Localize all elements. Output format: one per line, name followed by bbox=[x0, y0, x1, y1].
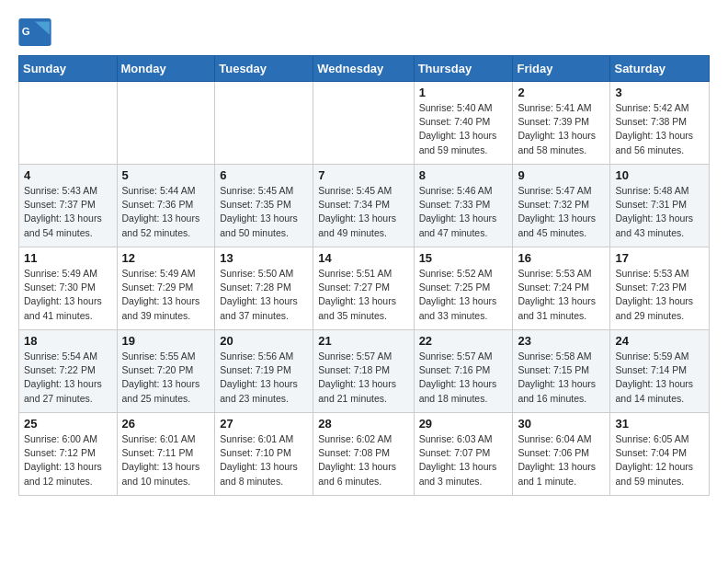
calendar-week-row: 18Sunrise: 5:54 AMSunset: 7:22 PMDayligh… bbox=[19, 330, 710, 413]
calendar-cell: 17Sunrise: 5:53 AMSunset: 7:23 PMDayligh… bbox=[610, 247, 710, 330]
day-info: Sunrise: 5:51 AMSunset: 7:27 PMDaylight:… bbox=[318, 267, 408, 323]
day-number: 18 bbox=[24, 334, 112, 348]
day-info: Sunrise: 5:53 AMSunset: 7:23 PMDaylight:… bbox=[615, 267, 704, 323]
day-info: Sunrise: 5:45 AMSunset: 7:35 PMDaylight:… bbox=[220, 184, 308, 240]
day-number: 24 bbox=[615, 334, 704, 348]
day-info: Sunrise: 5:40 AMSunset: 7:40 PMDaylight:… bbox=[419, 101, 508, 157]
day-info: Sunrise: 5:49 AMSunset: 7:30 PMDaylight:… bbox=[24, 267, 112, 323]
day-number: 16 bbox=[518, 251, 605, 265]
calendar-cell bbox=[215, 82, 313, 165]
weekday-header-row: SundayMondayTuesdayWednesdayThursdayFrid… bbox=[19, 56, 710, 82]
calendar-cell: 1Sunrise: 5:40 AMSunset: 7:40 PMDaylight… bbox=[414, 82, 513, 165]
calendar-cell: 31Sunrise: 6:05 AMSunset: 7:04 PMDayligh… bbox=[610, 413, 710, 496]
weekday-header-wednesday: Wednesday bbox=[313, 56, 414, 82]
day-info: Sunrise: 5:58 AMSunset: 7:15 PMDaylight:… bbox=[518, 350, 605, 406]
calendar-cell: 21Sunrise: 5:57 AMSunset: 7:18 PMDayligh… bbox=[313, 330, 414, 413]
calendar-week-row: 25Sunrise: 6:00 AMSunset: 7:12 PMDayligh… bbox=[19, 413, 710, 496]
day-info: Sunrise: 5:41 AMSunset: 7:39 PMDaylight:… bbox=[518, 101, 605, 157]
day-number: 15 bbox=[419, 251, 508, 265]
calendar-cell: 22Sunrise: 5:57 AMSunset: 7:16 PMDayligh… bbox=[414, 330, 513, 413]
day-number: 30 bbox=[518, 417, 605, 431]
day-info: Sunrise: 5:56 AMSunset: 7:19 PMDaylight:… bbox=[220, 350, 308, 406]
svg-text:G: G bbox=[22, 26, 30, 37]
weekday-header-sunday: Sunday bbox=[19, 56, 118, 82]
calendar-cell bbox=[19, 82, 118, 165]
day-number: 10 bbox=[615, 168, 704, 182]
day-info: Sunrise: 5:42 AMSunset: 7:38 PMDaylight:… bbox=[615, 101, 704, 157]
day-info: Sunrise: 5:54 AMSunset: 7:22 PMDaylight:… bbox=[24, 350, 112, 406]
day-number: 25 bbox=[24, 417, 112, 431]
calendar-week-row: 11Sunrise: 5:49 AMSunset: 7:30 PMDayligh… bbox=[19, 247, 710, 330]
day-number: 23 bbox=[518, 334, 605, 348]
day-info: Sunrise: 5:47 AMSunset: 7:32 PMDaylight:… bbox=[518, 184, 605, 240]
calendar-cell: 19Sunrise: 5:55 AMSunset: 7:20 PMDayligh… bbox=[117, 330, 215, 413]
day-number: 19 bbox=[122, 334, 210, 348]
day-number: 3 bbox=[615, 86, 704, 99]
calendar-cell: 27Sunrise: 6:01 AMSunset: 7:10 PMDayligh… bbox=[215, 413, 313, 496]
day-info: Sunrise: 5:59 AMSunset: 7:14 PMDaylight:… bbox=[615, 350, 704, 406]
day-number: 26 bbox=[122, 417, 210, 431]
calendar-cell: 2Sunrise: 5:41 AMSunset: 7:39 PMDaylight… bbox=[513, 82, 610, 165]
day-info: Sunrise: 6:02 AMSunset: 7:08 PMDaylight:… bbox=[318, 432, 408, 488]
calendar-cell bbox=[313, 82, 414, 165]
day-info: Sunrise: 6:04 AMSunset: 7:06 PMDaylight:… bbox=[518, 432, 605, 488]
day-number: 13 bbox=[220, 251, 308, 265]
day-info: Sunrise: 5:43 AMSunset: 7:37 PMDaylight:… bbox=[24, 184, 112, 240]
day-number: 27 bbox=[220, 417, 308, 431]
day-info: Sunrise: 6:01 AMSunset: 7:11 PMDaylight:… bbox=[122, 432, 210, 488]
calendar-cell: 13Sunrise: 5:50 AMSunset: 7:28 PMDayligh… bbox=[215, 247, 313, 330]
calendar-cell: 25Sunrise: 6:00 AMSunset: 7:12 PMDayligh… bbox=[19, 413, 118, 496]
logo: G bbox=[18, 18, 55, 46]
day-number: 4 bbox=[24, 168, 112, 182]
day-info: Sunrise: 6:03 AMSunset: 7:07 PMDaylight:… bbox=[419, 432, 508, 488]
day-info: Sunrise: 5:57 AMSunset: 7:18 PMDaylight:… bbox=[318, 350, 408, 406]
day-number: 9 bbox=[518, 168, 605, 182]
calendar-cell: 26Sunrise: 6:01 AMSunset: 7:11 PMDayligh… bbox=[117, 413, 215, 496]
day-info: Sunrise: 6:00 AMSunset: 7:12 PMDaylight:… bbox=[24, 432, 112, 488]
day-info: Sunrise: 5:50 AMSunset: 7:28 PMDaylight:… bbox=[220, 267, 308, 323]
day-number: 21 bbox=[318, 334, 408, 348]
calendar-cell: 28Sunrise: 6:02 AMSunset: 7:08 PMDayligh… bbox=[313, 413, 414, 496]
calendar-cell: 11Sunrise: 5:49 AMSunset: 7:30 PMDayligh… bbox=[19, 247, 118, 330]
day-number: 20 bbox=[220, 334, 308, 348]
day-info: Sunrise: 5:45 AMSunset: 7:34 PMDaylight:… bbox=[318, 184, 408, 240]
weekday-header-saturday: Saturday bbox=[610, 56, 710, 82]
day-number: 29 bbox=[419, 417, 508, 431]
day-info: Sunrise: 5:44 AMSunset: 7:36 PMDaylight:… bbox=[122, 184, 210, 240]
day-number: 14 bbox=[318, 251, 408, 265]
page-header: G bbox=[18, 18, 710, 46]
calendar-cell: 15Sunrise: 5:52 AMSunset: 7:25 PMDayligh… bbox=[414, 247, 513, 330]
day-number: 2 bbox=[518, 86, 605, 99]
weekday-header-tuesday: Tuesday bbox=[215, 56, 313, 82]
weekday-header-friday: Friday bbox=[513, 56, 610, 82]
calendar-cell: 6Sunrise: 5:45 AMSunset: 7:35 PMDaylight… bbox=[215, 165, 313, 247]
day-info: Sunrise: 5:46 AMSunset: 7:33 PMDaylight:… bbox=[419, 184, 508, 240]
calendar-cell: 10Sunrise: 5:48 AMSunset: 7:31 PMDayligh… bbox=[610, 165, 710, 247]
day-info: Sunrise: 5:57 AMSunset: 7:16 PMDaylight:… bbox=[419, 350, 508, 406]
calendar-cell: 9Sunrise: 5:47 AMSunset: 7:32 PMDaylight… bbox=[513, 165, 610, 247]
day-number: 31 bbox=[615, 417, 704, 431]
day-number: 17 bbox=[615, 251, 704, 265]
day-info: Sunrise: 5:49 AMSunset: 7:29 PMDaylight:… bbox=[122, 267, 210, 323]
calendar-cell: 16Sunrise: 5:53 AMSunset: 7:24 PMDayligh… bbox=[513, 247, 610, 330]
day-info: Sunrise: 5:48 AMSunset: 7:31 PMDaylight:… bbox=[615, 184, 704, 240]
calendar-cell: 3Sunrise: 5:42 AMSunset: 7:38 PMDaylight… bbox=[610, 82, 710, 165]
day-number: 8 bbox=[419, 168, 508, 182]
day-number: 11 bbox=[24, 251, 112, 265]
calendar-cell: 24Sunrise: 5:59 AMSunset: 7:14 PMDayligh… bbox=[610, 330, 710, 413]
calendar-table: SundayMondayTuesdayWednesdayThursdayFrid… bbox=[18, 55, 710, 496]
calendar-cell: 5Sunrise: 5:44 AMSunset: 7:36 PMDaylight… bbox=[117, 165, 215, 247]
calendar-cell bbox=[117, 82, 215, 165]
day-number: 22 bbox=[419, 334, 508, 348]
calendar-week-row: 1Sunrise: 5:40 AMSunset: 7:40 PMDaylight… bbox=[19, 82, 710, 165]
calendar-cell: 18Sunrise: 5:54 AMSunset: 7:22 PMDayligh… bbox=[19, 330, 118, 413]
calendar-week-row: 4Sunrise: 5:43 AMSunset: 7:37 PMDaylight… bbox=[19, 165, 710, 247]
calendar-cell: 20Sunrise: 5:56 AMSunset: 7:19 PMDayligh… bbox=[215, 330, 313, 413]
day-info: Sunrise: 5:53 AMSunset: 7:24 PMDaylight:… bbox=[518, 267, 605, 323]
day-info: Sunrise: 6:01 AMSunset: 7:10 PMDaylight:… bbox=[220, 432, 308, 488]
day-number: 28 bbox=[318, 417, 408, 431]
calendar-cell: 4Sunrise: 5:43 AMSunset: 7:37 PMDaylight… bbox=[19, 165, 118, 247]
day-number: 12 bbox=[122, 251, 210, 265]
day-info: Sunrise: 5:55 AMSunset: 7:20 PMDaylight:… bbox=[122, 350, 210, 406]
weekday-header-thursday: Thursday bbox=[414, 56, 513, 82]
